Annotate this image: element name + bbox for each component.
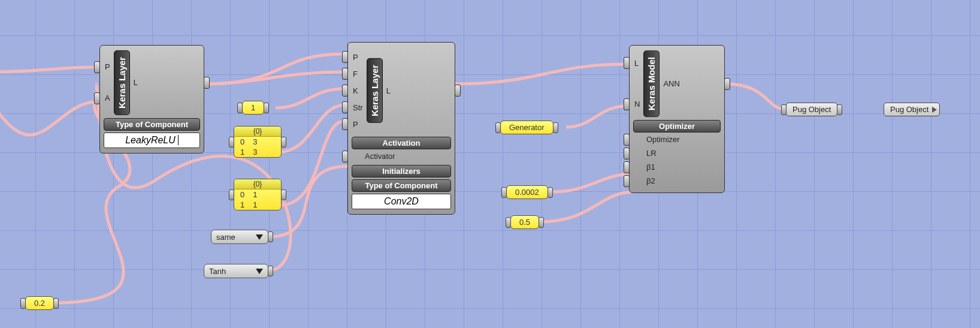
type-value: Conv2D <box>384 196 419 207</box>
port-label: P <box>353 53 358 62</box>
cell: 1 <box>240 200 244 209</box>
input-port[interactable] <box>342 151 348 163</box>
input-port[interactable] <box>624 148 630 160</box>
panel-value: 0.0002 <box>507 186 548 198</box>
cell: 3 <box>253 148 257 157</box>
section-header: Activation <box>352 137 451 149</box>
input-port[interactable] <box>229 189 234 200</box>
number-panel-b1[interactable]: 0.5 <box>510 215 539 229</box>
activator-row: Activator <box>352 149 451 163</box>
row-label: Optimizer <box>646 135 680 144</box>
dropdown-padding[interactable]: same <box>211 230 268 244</box>
type-input[interactable]: Conv2D <box>352 194 451 209</box>
output-port[interactable] <box>539 217 544 228</box>
output-port[interactable] <box>548 187 553 198</box>
section-header: Optimizer <box>633 120 721 133</box>
panel-value: 0.5 <box>511 216 539 228</box>
keras-layer-node-1[interactable]: P A Keras Layer L Type of Component Leak… <box>99 45 204 154</box>
dropdown-activation[interactable]: Tanh <box>204 264 268 278</box>
chevron-down-icon <box>256 234 263 240</box>
tree-panel-11[interactable]: {0} 01 11 <box>234 179 282 210</box>
pug-object-sender[interactable]: Pug Object <box>786 103 837 116</box>
row-label: β1 <box>646 163 655 171</box>
port-label: K <box>353 86 358 95</box>
input-port[interactable] <box>237 103 243 113</box>
port-label: P <box>353 120 358 129</box>
param-row: β1 <box>633 160 721 174</box>
cell: 0 <box>240 190 244 199</box>
node-title: Keras Model <box>643 50 660 117</box>
input-port[interactable] <box>624 98 630 110</box>
panel-value: Generator <box>501 121 553 134</box>
input-port[interactable] <box>501 187 507 198</box>
tag-label: Pug Object <box>890 105 928 114</box>
output-port[interactable] <box>268 266 273 276</box>
input-port[interactable] <box>495 122 501 133</box>
type-input[interactable]: LeakyReLU <box>104 133 200 148</box>
input-port[interactable] <box>229 137 234 148</box>
node-title: Keras Layer <box>367 58 383 123</box>
output-port[interactable] <box>204 77 210 89</box>
output-port[interactable] <box>264 103 269 113</box>
number-panel-1[interactable]: 1 <box>242 101 264 115</box>
cell: 3 <box>253 137 257 146</box>
input-port[interactable] <box>94 61 100 73</box>
cell: 1 <box>240 148 244 157</box>
port-label: ANN <box>663 79 679 88</box>
input-port[interactable] <box>624 161 630 173</box>
port-label: L <box>634 59 639 68</box>
pug-object-receiver[interactable]: Pug Object <box>884 103 940 116</box>
output-port[interactable] <box>281 137 286 148</box>
panel-value: 1 <box>243 101 264 114</box>
input-port[interactable] <box>506 217 511 228</box>
number-panel-lr[interactable]: 0.0002 <box>506 185 548 199</box>
input-port[interactable] <box>781 104 787 115</box>
panel-value: 0.2 <box>26 297 53 309</box>
cell: 0 <box>240 137 244 146</box>
panel-header: {0} <box>234 127 281 137</box>
node-title: Keras Layer <box>114 50 130 115</box>
input-port[interactable] <box>20 298 26 309</box>
text-panel-generator[interactable]: Generator <box>500 121 553 134</box>
input-port[interactable] <box>624 134 630 146</box>
output-port[interactable] <box>53 298 59 309</box>
output-port[interactable] <box>553 122 558 133</box>
section-header: Initializers <box>352 165 451 177</box>
output-port[interactable] <box>268 231 273 242</box>
input-port[interactable] <box>342 101 348 113</box>
section-header: Type of Component <box>352 179 451 192</box>
port-label: Str <box>353 103 363 112</box>
port-label: A <box>105 94 110 103</box>
input-port[interactable] <box>342 85 348 97</box>
output-port[interactable] <box>724 78 730 90</box>
input-port[interactable] <box>624 57 630 69</box>
keras-model-node[interactable]: L N Keras Model ANN Optimizer Optimizer … <box>629 45 725 193</box>
tree-panel-33[interactable]: {0} 03 13 <box>234 126 282 158</box>
input-port[interactable] <box>94 92 100 104</box>
section-header: Type of Component <box>104 118 200 131</box>
output-port[interactable] <box>281 189 286 200</box>
output-port[interactable] <box>837 104 842 115</box>
type-value: LeakyReLU <box>125 135 176 146</box>
input-port[interactable] <box>624 175 630 187</box>
cell: 1 <box>253 200 257 209</box>
input-port[interactable] <box>342 68 348 80</box>
param-row: β2 <box>633 174 721 188</box>
row-label: LR <box>646 149 657 158</box>
input-port[interactable] <box>342 51 348 63</box>
keras-layer-node-2[interactable]: P F K Str P Keras Layer L Activation Act… <box>347 42 455 215</box>
port-label: L <box>134 78 138 87</box>
port-label: N <box>634 100 640 109</box>
tag-label: Pug Object <box>793 105 831 114</box>
port-label: P <box>105 62 110 71</box>
param-row: LR <box>633 146 721 160</box>
dropdown-value: same <box>216 233 235 242</box>
param-row: Optimizer <box>633 133 721 146</box>
input-port[interactable] <box>342 118 348 130</box>
row-label: Activator <box>365 152 395 161</box>
output-port[interactable] <box>455 85 461 97</box>
cell: 1 <box>253 190 257 199</box>
panel-header: {0} <box>234 179 281 189</box>
number-panel-alpha[interactable]: 0.2 <box>25 296 54 310</box>
port-label: L <box>386 86 391 95</box>
